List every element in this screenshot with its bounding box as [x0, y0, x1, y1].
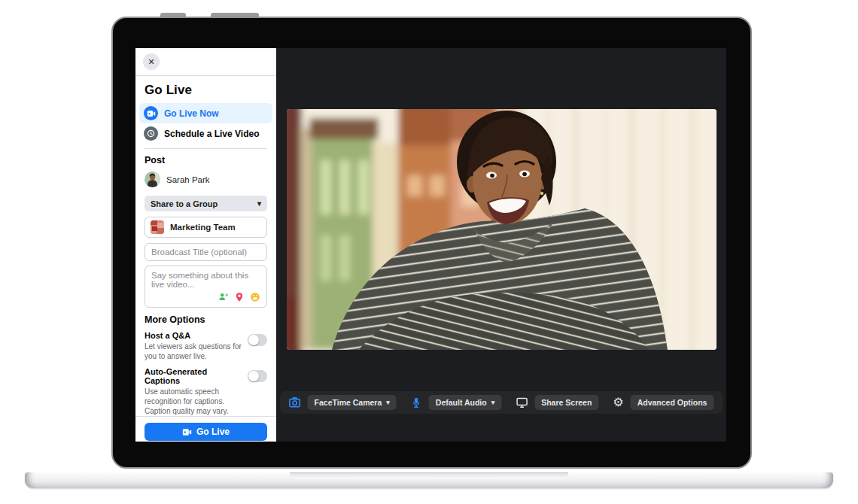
screen-share-icon	[516, 396, 528, 408]
nav-item-label: Schedule a Live Video	[164, 129, 260, 139]
option-title: Host a Q&A	[145, 331, 243, 340]
preview-stage: FaceTime Camera ▾ Default Audio	[276, 48, 726, 442]
option-host-qa: Host a Q&A Let viewers ask questions for…	[145, 331, 267, 361]
audio-select-label: Default Audio	[436, 398, 487, 407]
close-button[interactable]: ×	[143, 53, 160, 70]
avatar	[145, 172, 160, 187]
nav-item-go-live-now[interactable]: Go Live Now	[139, 103, 272, 123]
laptop-base	[25, 472, 833, 488]
description-input[interactable]	[145, 266, 266, 290]
panel-title: Go Live	[135, 76, 276, 102]
audio-group: Default Audio ▾	[411, 395, 501, 410]
tag-people-icon[interactable]	[218, 292, 229, 302]
auto-captions-toggle[interactable]	[248, 370, 267, 382]
option-auto-captions: Auto-Generated Captions Use automatic sp…	[145, 367, 267, 416]
caret-down-icon: ▾	[257, 199, 261, 208]
go-live-button[interactable]: Go Live	[145, 423, 267, 441]
av-toolbar: FaceTime Camera ▾ Default Audio	[280, 391, 723, 414]
author-name: Sarah Park	[166, 175, 210, 184]
share-screen-group: Share Screen	[516, 395, 598, 410]
share-screen-label: Share Screen	[541, 398, 592, 407]
post-author-row: Sarah Park	[145, 172, 267, 187]
group-name: Marketing Team	[170, 223, 236, 232]
camera-preview	[287, 109, 717, 350]
feeling-emoji-icon[interactable]	[250, 292, 260, 302]
live-nav: Go Live Now Schedule a Live Video	[135, 102, 276, 144]
audio-select-button[interactable]: Default Audio ▾	[429, 395, 501, 410]
desktop-mockup: × Go Live Go Live Now	[0, 0, 858, 504]
gear-icon: ⚙	[613, 396, 623, 408]
option-title: Auto-Generated Captions	[145, 367, 243, 385]
microphone-icon	[411, 397, 422, 408]
composer-actions	[218, 292, 260, 302]
host-qa-toggle[interactable]	[248, 334, 267, 346]
post-section: Post Sarah Park	[135, 149, 276, 308]
caret-down-icon: ▾	[491, 399, 495, 406]
share-target-value: Share to a Group	[151, 199, 218, 208]
more-options-heading: More Options	[145, 314, 267, 325]
share-target-select[interactable]: Share to a Group ▾	[145, 196, 267, 211]
nav-item-label: Go Live Now	[164, 108, 219, 119]
caret-down-icon: ▾	[386, 399, 390, 406]
camera-group: FaceTime Camera ▾	[289, 395, 397, 410]
post-heading: Post	[145, 155, 267, 165]
option-description: Let viewers ask questions for you to ans…	[145, 342, 243, 361]
laptop-lid-notch	[290, 472, 568, 479]
group-avatar	[151, 220, 164, 234]
selected-group-chip[interactable]: Marketing Team	[145, 217, 267, 238]
camera-icon	[289, 396, 301, 408]
clock-icon	[144, 126, 158, 141]
laptop-screen: × Go Live Go Live Now	[111, 17, 752, 469]
advanced-options-button[interactable]: Advanced Options	[631, 395, 714, 410]
go-live-button-label: Go Live	[196, 427, 230, 437]
advanced-options-label: Advanced Options	[637, 398, 707, 407]
description-box	[145, 266, 267, 308]
more-options-section: More Options Host a Q&A Let viewers ask …	[135, 308, 276, 416]
camera-select-label: FaceTime Camera	[315, 398, 382, 407]
share-screen-button[interactable]: Share Screen	[534, 395, 598, 410]
live-video-icon	[182, 427, 192, 437]
location-pin-icon[interactable]	[234, 292, 245, 302]
broadcast-title-input[interactable]	[145, 243, 267, 261]
camera-select-button[interactable]: FaceTime Camera ▾	[308, 395, 397, 410]
go-live-window: × Go Live Go Live Now	[135, 48, 726, 442]
nav-item-schedule-live-video[interactable]: Schedule a Live Video	[139, 123, 272, 144]
sidebar-footer: Go Live	[135, 416, 276, 442]
advanced-group: ⚙ Advanced Options	[613, 395, 713, 410]
live-video-icon	[144, 106, 158, 120]
sidebar-header: ×	[135, 48, 276, 76]
option-description: Use automatic speech recognition for cap…	[145, 387, 243, 416]
go-live-sidebar: × Go Live Go Live Now	[135, 48, 276, 442]
